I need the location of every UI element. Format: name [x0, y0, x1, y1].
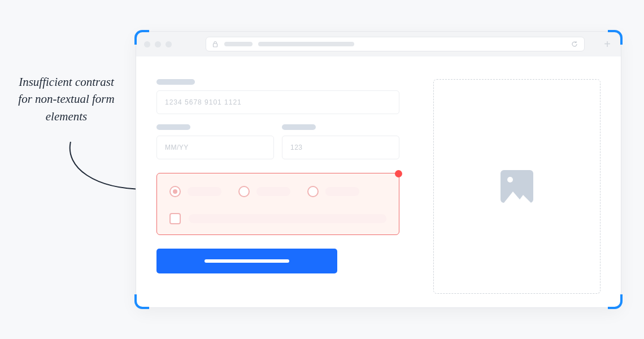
checkbox-icon — [169, 213, 181, 224]
radio-option-1[interactable] — [169, 186, 221, 197]
minimize-dot[interactable] — [155, 41, 161, 47]
radio-icon — [238, 186, 250, 197]
radio-option-3[interactable] — [307, 186, 359, 197]
svg-marker-1 — [504, 192, 531, 203]
cvc-input[interactable]: 123 — [282, 136, 399, 159]
expiry-input[interactable]: MM/YY — [156, 136, 274, 159]
focus-corner-bl — [134, 294, 149, 309]
page-content: 1234 5678 9101 1121 MM/YY 123 — [136, 56, 621, 311]
address-bar[interactable] — [206, 37, 585, 51]
browser-titlebar: + — [136, 32, 621, 56]
submit-button[interactable] — [156, 249, 337, 273]
card-number-label — [156, 79, 195, 85]
svg-rect-0 — [214, 44, 217, 47]
browser-window: + 1234 5678 9101 1121 MM/YY 123 — [136, 31, 621, 308]
low-contrast-highlight — [156, 173, 399, 235]
cvc-label — [282, 124, 316, 130]
expiry-label — [156, 124, 190, 130]
card-number-input[interactable]: 1234 5678 9101 1121 — [156, 90, 399, 114]
radio-icon — [169, 186, 181, 197]
radio-icon — [307, 186, 319, 197]
payment-form: 1234 5678 9101 1121 MM/YY 123 — [156, 79, 399, 294]
reload-icon[interactable] — [571, 40, 578, 48]
focus-corner-tl — [134, 30, 149, 45]
error-indicator-dot — [395, 170, 402, 177]
checkbox-label — [189, 214, 386, 223]
maximize-dot[interactable] — [166, 41, 172, 47]
radio-label — [325, 187, 359, 196]
lock-icon — [212, 41, 219, 47]
radio-group — [169, 186, 386, 197]
url-segment — [258, 42, 354, 46]
image-placeholder-icon — [501, 170, 533, 203]
url-segment — [224, 42, 253, 46]
radio-option-2[interactable] — [238, 186, 290, 197]
image-placeholder-area — [433, 79, 601, 294]
radio-label — [188, 187, 221, 196]
annotation-label: Insufficient contrast for non-textual fo… — [11, 73, 121, 125]
submit-button-label — [204, 259, 289, 263]
focus-corner-tr — [608, 30, 623, 45]
checkbox-row[interactable] — [169, 213, 386, 224]
radio-label — [256, 187, 290, 196]
